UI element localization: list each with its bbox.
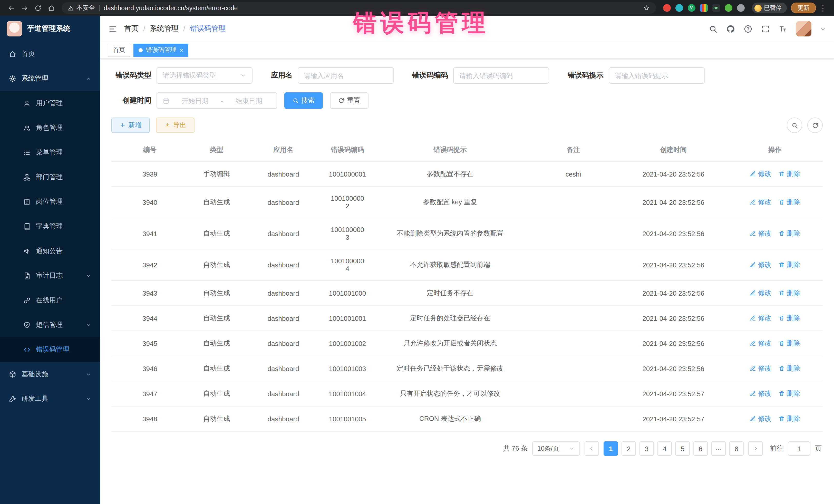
delete-link[interactable]: 删除 bbox=[778, 198, 800, 207]
reset-button[interactable]: 重置 bbox=[330, 92, 369, 109]
page-button-2[interactable]: 2 bbox=[621, 441, 636, 456]
reload-icon[interactable] bbox=[32, 2, 44, 14]
security-chip[interactable]: 不安全 bbox=[68, 4, 95, 12]
notice-icon bbox=[23, 247, 31, 255]
edit-link[interactable]: 修改 bbox=[750, 339, 771, 348]
delete-link[interactable]: 删除 bbox=[778, 389, 800, 398]
sidebar-item-error-code[interactable]: 错误码管理 bbox=[0, 337, 100, 362]
hamburger-icon[interactable] bbox=[108, 24, 117, 33]
range-separator: - bbox=[221, 97, 223, 105]
delete-link[interactable]: 删除 bbox=[778, 313, 800, 323]
refresh-table-button[interactable] bbox=[807, 117, 823, 133]
forward-icon[interactable] bbox=[19, 2, 31, 14]
back-icon[interactable] bbox=[5, 2, 18, 14]
sidebar-item-dict[interactable]: 字典管理 bbox=[0, 214, 100, 239]
extension-on-badge-icon[interactable]: on bbox=[712, 4, 720, 12]
error-hint-input[interactable] bbox=[615, 72, 699, 79]
page-button-1[interactable]: 1 bbox=[603, 441, 618, 456]
help-icon[interactable] bbox=[744, 24, 752, 33]
search-button[interactable]: 搜索 bbox=[284, 92, 323, 109]
extension-puzzle-icon[interactable] bbox=[737, 4, 744, 12]
fullscreen-icon[interactable] bbox=[761, 24, 770, 33]
sidebar-item-notice[interactable]: 通知公告 bbox=[0, 239, 100, 263]
edit-link[interactable]: 修改 bbox=[750, 198, 771, 207]
export-button[interactable]: 导出 bbox=[156, 117, 195, 133]
end-date-input[interactable] bbox=[226, 97, 271, 105]
page-size-select[interactable]: 10条/页 bbox=[532, 441, 580, 456]
breadcrumb-item[interactable]: 首页 bbox=[124, 24, 138, 34]
toggle-search-button[interactable] bbox=[787, 117, 802, 133]
add-button[interactable]: 新增 bbox=[111, 117, 150, 133]
start-date-input[interactable] bbox=[173, 97, 217, 105]
browser-update-button[interactable]: 更新 bbox=[791, 3, 816, 13]
font-size-icon[interactable] bbox=[778, 24, 787, 33]
sidebar-item-infra[interactable]: 基础设施 bbox=[0, 362, 100, 387]
cell-id: 3940 bbox=[111, 187, 188, 218]
extension-green-icon[interactable] bbox=[724, 4, 732, 12]
cell-id: 3942 bbox=[111, 249, 188, 281]
delete-link[interactable]: 删除 bbox=[778, 229, 800, 238]
page-button-5[interactable]: 5 bbox=[675, 441, 690, 456]
sidebar-item-devtool[interactable]: 研发工具 bbox=[0, 387, 100, 411]
address-bar[interactable]: 不安全 dashboard.yudao.iocoder.cn/system/er… bbox=[62, 2, 656, 14]
page-button-8[interactable]: 8 bbox=[729, 441, 744, 456]
close-icon[interactable]: × bbox=[180, 47, 183, 53]
pager-more-button[interactable]: ··· bbox=[711, 441, 726, 456]
sidebar-item-menu[interactable]: 菜单管理 bbox=[0, 140, 100, 165]
user-avatar[interactable] bbox=[796, 21, 811, 37]
page-button-6[interactable]: 6 bbox=[694, 441, 708, 456]
tab-home[interactable]: 首页 bbox=[108, 43, 130, 57]
sidebar-item-user[interactable]: 用户管理 bbox=[0, 91, 100, 115]
delete-link[interactable]: 删除 bbox=[778, 288, 800, 298]
edit-link[interactable]: 修改 bbox=[750, 288, 771, 298]
app-name-input[interactable] bbox=[304, 72, 388, 79]
page-button-3[interactable]: 3 bbox=[639, 441, 654, 456]
edit-link[interactable]: 修改 bbox=[750, 414, 771, 423]
caret-down-icon[interactable] bbox=[820, 26, 826, 31]
edit-link[interactable]: 修改 bbox=[750, 313, 771, 323]
edit-link[interactable]: 修改 bbox=[750, 229, 771, 238]
edit-link[interactable]: 修改 bbox=[750, 169, 771, 179]
breadcrumb-item[interactable]: 系统管理 bbox=[150, 24, 179, 34]
sidebar-item-post[interactable]: 岗位管理 bbox=[0, 190, 100, 214]
error-code-input[interactable] bbox=[459, 72, 543, 79]
sidebar-item-system[interactable]: 系统管理 bbox=[0, 66, 100, 91]
goto-page-input[interactable] bbox=[788, 441, 810, 456]
main-area: 首页/系统管理/错误码管理 首页错误码管理× 错误码类型 bbox=[100, 16, 834, 504]
edit-link[interactable]: 修改 bbox=[750, 260, 771, 269]
browser-home-icon[interactable] bbox=[45, 2, 58, 14]
cell-id: 3944 bbox=[111, 306, 188, 331]
next-page-button[interactable] bbox=[748, 441, 763, 456]
extension-colorbars-icon[interactable] bbox=[700, 4, 707, 12]
page-button-4[interactable]: 4 bbox=[657, 441, 672, 456]
sidebar-item-audit[interactable]: 审计日志 bbox=[0, 263, 100, 288]
profile-paused-badge[interactable]: 已暂停 bbox=[752, 3, 787, 13]
edit-icon bbox=[750, 340, 756, 346]
cell-time: 2021-04-20 23:52:57 bbox=[619, 406, 727, 431]
error-type-select[interactable]: 请选择错误码类型 bbox=[156, 67, 253, 84]
bookmark-star-icon[interactable] bbox=[643, 5, 650, 11]
sidebar-item-online[interactable]: 在线用户 bbox=[0, 288, 100, 312]
sidebar-item-role[interactable]: 角色管理 bbox=[0, 115, 100, 140]
cell-code: 1001001002 bbox=[322, 331, 373, 356]
edit-link[interactable]: 修改 bbox=[750, 364, 771, 373]
prev-page-button[interactable] bbox=[585, 441, 599, 456]
delete-link[interactable]: 删除 bbox=[778, 364, 800, 373]
header-search-icon[interactable] bbox=[709, 24, 718, 33]
tab-error-code[interactable]: 错误码管理× bbox=[133, 43, 188, 57]
app-logo-row[interactable]: 芋道管理系统 bbox=[0, 16, 100, 42]
sidebar-item-sms[interactable]: 短信管理 bbox=[0, 312, 100, 337]
date-range-picker[interactable]: - bbox=[156, 92, 277, 109]
extension-teal-icon[interactable] bbox=[675, 4, 683, 12]
sidebar-item-dept[interactable]: 部门管理 bbox=[0, 165, 100, 190]
extension-red-icon[interactable] bbox=[663, 4, 671, 12]
extension-vue-devtools-icon[interactable]: V bbox=[687, 4, 695, 12]
delete-link[interactable]: 删除 bbox=[778, 339, 800, 348]
delete-link[interactable]: 删除 bbox=[778, 260, 800, 269]
github-icon[interactable] bbox=[726, 24, 735, 33]
delete-link[interactable]: 删除 bbox=[778, 414, 800, 423]
edit-link[interactable]: 修改 bbox=[750, 389, 771, 398]
delete-link[interactable]: 删除 bbox=[778, 169, 800, 179]
sidebar-item-home[interactable]: 首页 bbox=[0, 42, 100, 66]
browser-menu-icon[interactable]: ⋮ bbox=[817, 3, 829, 13]
